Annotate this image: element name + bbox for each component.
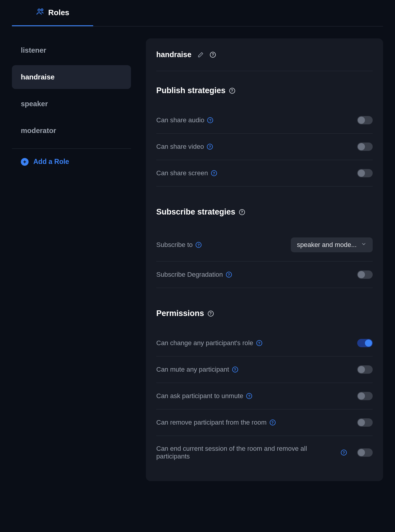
role-header: handraise ? [156,50,373,71]
help-icon[interactable]: ? [229,88,235,94]
row-subscribe-degradation: Subscribe Degradation ? [156,262,373,288]
svg-point-0 [38,9,40,11]
row-mute-participant: Can mute any participant ? [156,356,373,383]
row-ask-unmute: Can ask participant to unmute ? [156,383,373,409]
help-icon[interactable]: ? [196,242,202,248]
role-list-sidebar: listener handraise speaker moderator Add… [12,38,131,481]
toggle-can-share-video[interactable] [357,143,373,151]
help-icon[interactable]: ? [207,144,213,150]
row-end-session: Can end current session of the room and … [156,436,373,469]
toggle-can-share-audio[interactable] [357,116,373,124]
role-detail-panel: handraise ? Publish strategies ? Can sha… [146,38,383,481]
toggle-change-role[interactable] [357,339,373,347]
add-role-button[interactable]: Add a Role [12,158,131,166]
svg-point-1 [41,9,43,11]
tab-label: Roles [48,8,69,17]
toggle-ask-unmute[interactable] [357,392,373,400]
help-icon[interactable]: ? [232,367,238,373]
row-can-share-screen: Can share screen ? [156,160,373,187]
sidebar-role-moderator[interactable]: moderator [12,119,131,143]
row-change-role: Can change any participant's role ? [156,330,373,356]
row-subscribe-to: Subscribe to ? speaker and mode... [156,229,373,262]
subscribe-to-dropdown[interactable]: speaker and mode... [291,237,373,252]
chevron-down-icon [361,241,367,249]
plus-icon [21,158,29,166]
help-icon[interactable]: ? [211,170,217,176]
section-subscribe-title: Subscribe strategies ? [156,207,373,217]
role-name: handraise [156,50,191,59]
toggle-remove-participant[interactable] [357,418,373,427]
help-icon[interactable]: ? [208,311,214,317]
sidebar-role-speaker[interactable]: speaker [12,92,131,116]
tabs: Roles [12,0,383,26]
help-icon[interactable]: ? [210,52,216,58]
row-can-share-video: Can share video ? [156,134,373,160]
help-icon[interactable]: ? [239,209,245,215]
help-icon[interactable]: ? [341,450,347,456]
help-icon[interactable]: ? [256,340,262,346]
help-icon[interactable]: ? [246,393,252,399]
help-icon[interactable]: ? [226,272,232,278]
sidebar-role-handraise[interactable]: handraise [12,65,131,89]
tab-roles[interactable]: Roles [12,0,93,26]
people-icon [36,7,45,18]
toggle-can-share-screen[interactable] [357,169,373,177]
toggle-subscribe-degradation[interactable] [357,270,373,279]
row-remove-participant: Can remove participant from the room ? [156,409,373,436]
section-permissions-title: Permissions ? [156,309,373,318]
divider [12,148,131,149]
sidebar-role-listener[interactable]: listener [12,38,131,62]
row-can-share-audio: Can share audio ? [156,107,373,134]
help-icon[interactable]: ? [207,117,213,123]
section-publish-title: Publish strategies ? [156,86,373,95]
edit-icon[interactable] [197,51,204,58]
help-icon[interactable]: ? [270,420,276,425]
toggle-mute-participant[interactable] [357,365,373,374]
toggle-end-session[interactable] [357,448,373,457]
